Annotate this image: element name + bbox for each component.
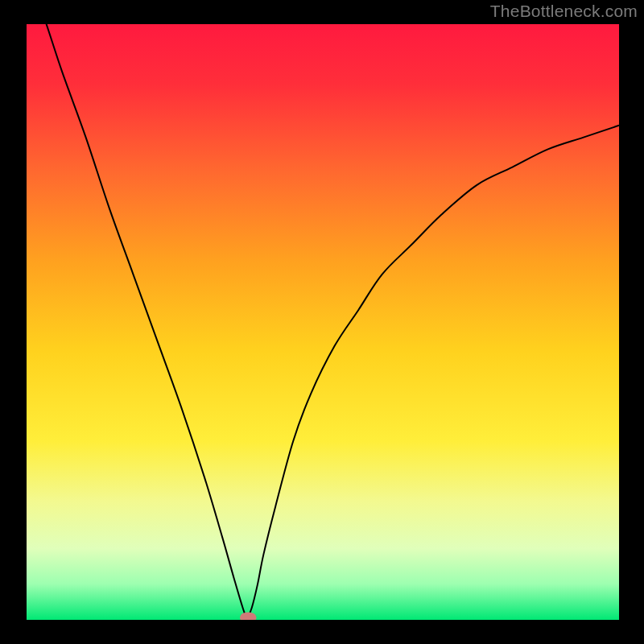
watermark-text: TheBottleneck.com [490,2,638,21]
plot-area [27,24,619,620]
chart-frame: TheBottleneck.com [0,0,644,644]
chart-svg [27,24,619,620]
plot-background [27,24,619,620]
